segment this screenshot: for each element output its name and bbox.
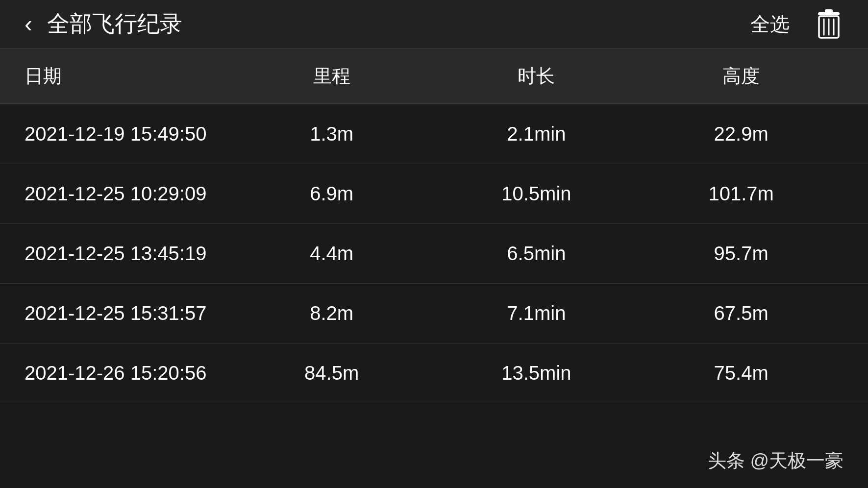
- delete-button[interactable]: [814, 8, 843, 40]
- table-row[interactable]: 2021-12-26 15:20:5684.5m13.5min75.4m: [0, 343, 868, 403]
- cell-altitude: 101.7m: [639, 183, 843, 205]
- cell-altitude: 67.5m: [639, 302, 843, 324]
- table-header: 日期 里程 时长 高度: [0, 49, 868, 104]
- back-button[interactable]: ‹: [25, 12, 32, 36]
- cell-distance: 6.9m: [229, 183, 434, 205]
- page-title: 全部飞行纪录: [47, 9, 182, 39]
- cell-date: 2021-12-19 15:49:50: [25, 123, 229, 145]
- col-header-duration: 时长: [434, 64, 639, 89]
- cell-altitude: 95.7m: [639, 243, 843, 265]
- cell-duration: 7.1min: [434, 302, 639, 324]
- header: ‹ 全部飞行纪录 全选: [0, 0, 868, 49]
- cell-duration: 2.1min: [434, 123, 639, 145]
- cell-altitude: 22.9m: [639, 123, 843, 145]
- cell-altitude: 75.4m: [639, 362, 843, 384]
- cell-date: 2021-12-25 13:45:19: [25, 243, 229, 265]
- cell-date: 2021-12-25 10:29:09: [25, 183, 229, 205]
- cell-distance: 1.3m: [229, 123, 434, 145]
- cell-distance: 84.5m: [229, 362, 434, 384]
- cell-duration: 10.5min: [434, 183, 639, 205]
- cell-date: 2021-12-26 15:20:56: [25, 362, 229, 384]
- cell-distance: 4.4m: [229, 243, 434, 265]
- cell-distance: 8.2m: [229, 302, 434, 324]
- cell-date: 2021-12-25 15:31:57: [25, 302, 229, 324]
- watermark: 头条 @天极一豪: [708, 448, 843, 473]
- header-left: ‹ 全部飞行纪录: [25, 9, 182, 39]
- svg-rect-1: [825, 9, 833, 13]
- select-all-button[interactable]: 全选: [750, 11, 790, 38]
- table-row[interactable]: 2021-12-25 15:31:578.2m7.1min67.5m: [0, 284, 868, 343]
- col-header-altitude: 高度: [639, 64, 843, 89]
- col-header-date: 日期: [25, 64, 229, 89]
- cell-duration: 6.5min: [434, 243, 639, 265]
- table-row[interactable]: 2021-12-19 15:49:501.3m2.1min22.9m: [0, 104, 868, 164]
- table-row[interactable]: 2021-12-25 13:45:194.4m6.5min95.7m: [0, 224, 868, 284]
- header-right: 全选: [750, 8, 843, 40]
- table-body: 2021-12-19 15:49:501.3m2.1min22.9m2021-1…: [0, 104, 868, 403]
- cell-duration: 13.5min: [434, 362, 639, 384]
- col-header-distance: 里程: [229, 64, 434, 89]
- table-row[interactable]: 2021-12-25 10:29:096.9m10.5min101.7m: [0, 164, 868, 224]
